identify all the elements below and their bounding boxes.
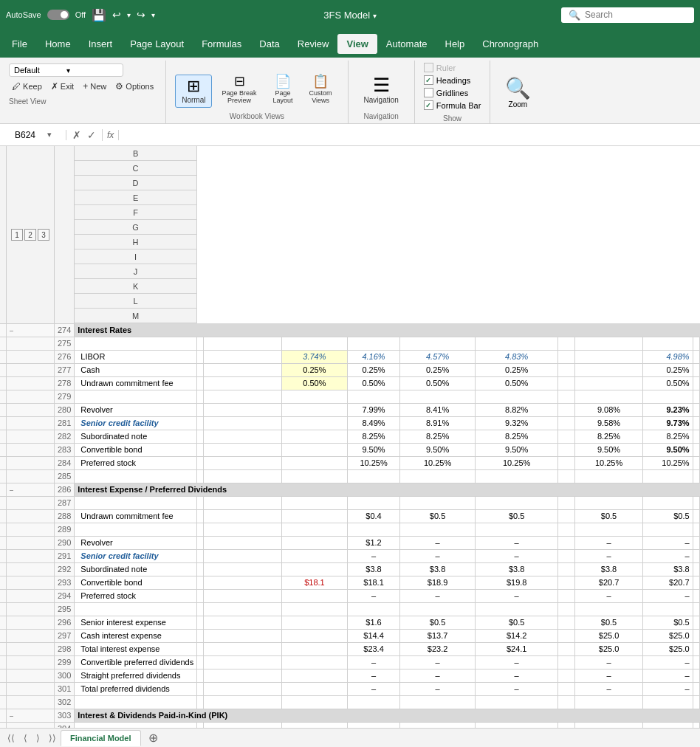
empty-cell[interactable] — [347, 523, 399, 536]
row-label-cell[interactable]: Senior credit facility — [75, 549, 197, 562]
row-E-cell[interactable] — [281, 403, 347, 416]
empty-cell[interactable] — [558, 602, 575, 616]
row-I-cell[interactable] — [558, 629, 575, 642]
row-J-cell[interactable]: $25.0 — [575, 642, 642, 655]
row-E-cell[interactable]: 0.25% — [281, 363, 347, 376]
row-F-cell[interactable]: – — [347, 682, 399, 695]
empty-cell[interactable] — [204, 602, 282, 616]
empty-cell[interactable] — [75, 602, 197, 616]
empty-cell[interactable] — [197, 390, 204, 403]
gridlines-checkbox[interactable] — [424, 88, 433, 97]
row-K-cell[interactable]: $0.5 — [642, 616, 693, 629]
row-label-cell[interactable]: Preferred stock — [75, 456, 197, 469]
row-J-cell[interactable]: – — [575, 536, 642, 549]
row-D-cell[interactable] — [204, 616, 282, 629]
row-F-cell[interactable]: 0.50% — [347, 376, 399, 390]
sheet-view-arrow[interactable]: ▾ — [66, 66, 119, 75]
row-J-cell[interactable]: 10.25% — [575, 456, 642, 469]
empty-cell[interactable] — [281, 695, 347, 709]
menu-automate[interactable]: Automate — [377, 34, 436, 54]
empty-cell[interactable] — [575, 602, 642, 616]
row-H-cell[interactable]: $0.5 — [475, 616, 557, 629]
new-sheet-view-button[interactable]: + New — [80, 80, 109, 93]
row-D-cell[interactable] — [204, 363, 282, 376]
row-C-cell[interactable] — [197, 629, 204, 642]
row-L-cell[interactable] — [693, 536, 699, 549]
section-header-cell[interactable]: Interest & Dividends Paid-in-Kind (PIK) — [75, 709, 700, 722]
keep-button[interactable]: 🖊 Keep — [9, 80, 45, 93]
row-E-cell[interactable] — [281, 642, 347, 655]
row-K-cell[interactable]: 9.23% — [642, 403, 693, 416]
gridlines-checkbox-item[interactable]: Gridlines — [424, 88, 481, 97]
empty-cell[interactable] — [75, 695, 197, 709]
row-H-cell[interactable]: – — [475, 655, 557, 669]
row-L-cell[interactable] — [693, 363, 699, 376]
empty-cell[interactable] — [575, 390, 642, 403]
quick-access-more-icon[interactable]: ▾ — [151, 11, 155, 19]
row-H-cell[interactable]: 0.25% — [475, 363, 557, 376]
row-C-cell[interactable] — [197, 562, 204, 576]
empty-cell[interactable] — [400, 695, 476, 709]
empty-cell[interactable] — [642, 337, 693, 350]
menu-data[interactable]: Data — [250, 34, 288, 54]
row-G-cell[interactable]: 8.41% — [400, 403, 476, 416]
row-I-cell[interactable] — [558, 416, 575, 430]
row-H-cell[interactable]: 9.50% — [475, 443, 557, 456]
file-dropdown-icon[interactable]: ▾ — [373, 12, 377, 20]
row-I-cell[interactable] — [558, 536, 575, 549]
row-H-cell[interactable]: – — [475, 549, 557, 562]
row-J-cell[interactable]: – — [575, 669, 642, 682]
row-E-cell[interactable] — [281, 629, 347, 642]
row-D-cell[interactable] — [204, 443, 282, 456]
empty-cell[interactable] — [575, 722, 642, 728]
row-H-cell[interactable]: $14.2 — [475, 629, 557, 642]
empty-cell[interactable] — [204, 390, 282, 403]
row-C-cell[interactable] — [197, 576, 204, 589]
row-label-cell[interactable]: Subordinated note — [75, 562, 197, 576]
level-1-btn[interactable]: 1 — [11, 229, 23, 241]
sheet-nav-prev[interactable]: ⟨ — [19, 731, 32, 745]
row-F-cell[interactable]: $1.6 — [347, 616, 399, 629]
menu-file[interactable]: File — [3, 34, 36, 54]
empty-cell[interactable] — [281, 602, 347, 616]
row-G-cell[interactable]: – — [400, 655, 476, 669]
row-label-cell[interactable]: Convertible bond — [75, 443, 197, 456]
empty-cell[interactable] — [281, 722, 347, 728]
empty-cell[interactable] — [400, 390, 476, 403]
row-D-cell[interactable] — [204, 536, 282, 549]
section-header-cell[interactable]: Interest Rates — [75, 323, 700, 337]
row-F-cell[interactable]: 8.49% — [347, 416, 399, 430]
formula-input[interactable] — [119, 130, 700, 140]
row-G-cell[interactable]: 4.57% — [400, 350, 476, 363]
empty-cell[interactable] — [642, 469, 693, 483]
row-E-cell[interactable] — [281, 562, 347, 576]
name-box[interactable]: ▾ — [0, 130, 66, 140]
empty-cell[interactable] — [693, 390, 699, 403]
row-L-cell[interactable] — [693, 642, 699, 655]
row-F-cell[interactable]: – — [347, 549, 399, 562]
row-E-cell[interactable] — [281, 416, 347, 430]
row-D-cell[interactable] — [204, 629, 282, 642]
row-H-cell[interactable]: $19.8 — [475, 576, 557, 589]
row-D-cell[interactable] — [204, 430, 282, 443]
row-J-cell[interactable]: $0.5 — [575, 509, 642, 523]
row-label-cell[interactable]: Total preferred dividends — [75, 682, 197, 695]
row-I-cell[interactable] — [558, 655, 575, 669]
row-L-cell[interactable] — [693, 430, 699, 443]
row-D-cell[interactable] — [204, 416, 282, 430]
row-H-cell[interactable]: 8.25% — [475, 430, 557, 443]
menu-page-layout[interactable]: Page Layout — [121, 34, 193, 54]
row-E-cell[interactable] — [281, 589, 347, 602]
row-L-cell[interactable] — [693, 350, 699, 363]
row-E-cell[interactable] — [281, 443, 347, 456]
empty-cell[interactable] — [347, 469, 399, 483]
empty-cell[interactable] — [475, 722, 557, 728]
normal-view-button[interactable]: ⊞ Normal — [175, 75, 212, 108]
save-icon[interactable]: 💾 — [92, 8, 106, 22]
empty-cell[interactable] — [693, 337, 699, 350]
row-J-cell[interactable]: – — [575, 589, 642, 602]
row-D-cell[interactable] — [204, 642, 282, 655]
exit-button[interactable]: ✗ Exit — [48, 80, 77, 93]
row-F-cell[interactable]: – — [347, 655, 399, 669]
row-label-cell[interactable]: Undrawn commitment fee — [75, 376, 197, 390]
